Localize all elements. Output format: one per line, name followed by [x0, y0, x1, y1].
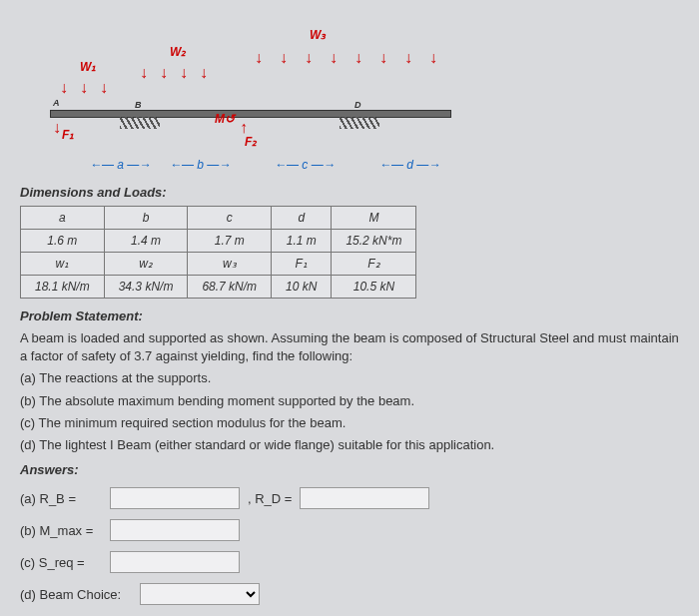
ans-d-label: (d) Beam Choice: [20, 587, 140, 602]
part-b: (b) The absolute maximum bending moment … [20, 392, 679, 410]
val-d: 1.1 m [272, 230, 332, 253]
val-f1: 10 kN [272, 276, 332, 299]
sreq-input[interactable] [110, 551, 240, 573]
problem-text: A beam is loaded and supported as shown.… [20, 329, 679, 365]
hdr-a: a [21, 207, 105, 230]
beam-body [50, 110, 451, 118]
dimensions-heading: Dimensions and Loads: [20, 185, 679, 200]
ans-c-label: (c) S_req = [20, 555, 110, 570]
support-d [340, 117, 379, 129]
hdr-f1: F₁ [272, 253, 332, 276]
node-b: B [135, 100, 142, 110]
answers-heading: Answers: [20, 462, 679, 477]
hdr-b: b [104, 207, 188, 230]
hdr-f2: F₂ [332, 253, 416, 276]
w2-label: W₂ [170, 45, 186, 59]
hdr-m: M [332, 207, 416, 230]
ans-a-rd-label: , R_D = [248, 491, 292, 506]
beam-diagram: ↓ ↓ ↓ W₁ ↓ ↓ ↓ ↓ W₂ ↓ ↓ ↓ ↓ ↓ ↓ ↓ ↓ W₃ M… [20, 20, 459, 175]
ans-a-rb-label: (a) R_B = [20, 491, 110, 506]
table-row: a b c d M [21, 207, 416, 230]
f2-label: F₂ [245, 135, 257, 149]
part-d: (d) The lightest I Beam (either standard… [20, 436, 679, 454]
rb-input[interactable] [110, 487, 240, 509]
val-f2: 10.5 kN [332, 276, 416, 299]
val-w1: 18.1 kN/m [21, 276, 105, 299]
hdr-d: d [272, 207, 332, 230]
problem-heading: Problem Statement: [20, 308, 679, 323]
val-c: 1.7 m [188, 230, 272, 253]
val-b: 1.4 m [104, 230, 188, 253]
ans-b-label: (b) M_max = [20, 523, 110, 538]
val-w2: 34.3 kN/m [104, 276, 188, 299]
w3-label: W₃ [310, 28, 326, 42]
support-b [120, 117, 160, 129]
beam-choice-select[interactable] [140, 583, 260, 605]
hdr-w2: w₂ [104, 253, 188, 276]
node-d: D [354, 100, 361, 110]
part-a: (a) The reactions at the supports. [20, 369, 679, 387]
hdr-w1: w₁ [21, 253, 105, 276]
val-a: 1.6 m [21, 230, 105, 253]
f1-label: F₁ [62, 128, 74, 142]
w1-label: W₁ [80, 60, 96, 74]
table-row: 18.1 kN/m 34.3 kN/m 68.7 kN/m 10 kN 10.5… [21, 276, 416, 299]
hdr-w3: w₃ [188, 253, 272, 276]
node-a: A [53, 98, 60, 108]
mmax-input[interactable] [110, 519, 240, 541]
val-m: 15.2 kN*m [332, 230, 416, 253]
part-c: (c) The minimum required section modulus… [20, 414, 679, 432]
table-row: w₁ w₂ w₃ F₁ F₂ [21, 253, 416, 276]
moment-label: M↺ [215, 112, 235, 126]
table-row: 1.6 m 1.4 m 1.7 m 1.1 m 15.2 kN*m [21, 230, 416, 253]
dimensions-table: a b c d M 1.6 m 1.4 m 1.7 m 1.1 m 15.2 k… [20, 206, 416, 299]
rd-input[interactable] [300, 487, 429, 509]
val-w3: 68.7 kN/m [188, 276, 272, 299]
hdr-c: c [188, 207, 272, 230]
